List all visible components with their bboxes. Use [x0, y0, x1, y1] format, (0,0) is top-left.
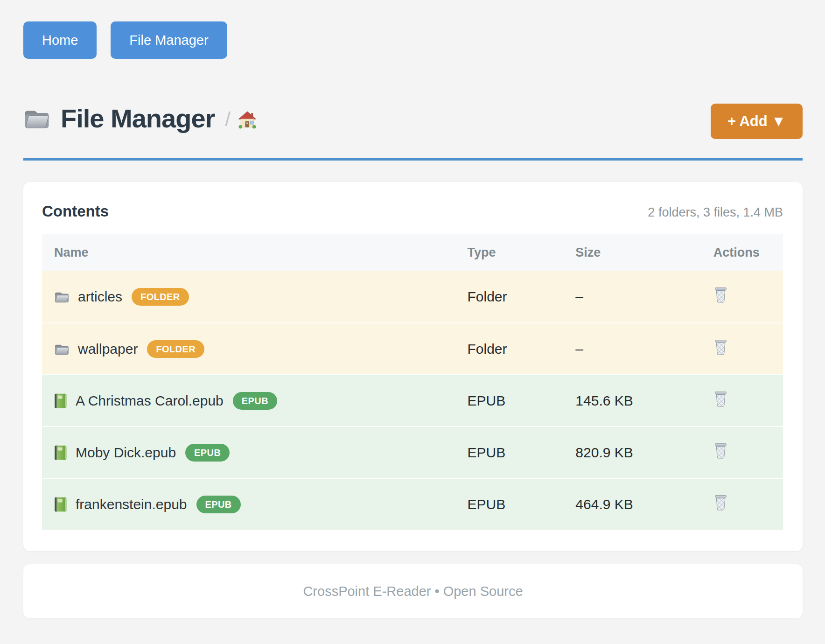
book-icon [54, 497, 67, 512]
folder-icon [23, 107, 50, 130]
trash-icon [713, 287, 728, 304]
name-cell: wallpaper FOLDER [42, 340, 468, 358]
trash-icon [713, 494, 728, 511]
delete-button[interactable] [713, 287, 728, 304]
book-icon [54, 445, 67, 460]
type-cell: EPUB [468, 497, 576, 512]
file-name[interactable]: Moby Dick.epub [76, 445, 176, 461]
folder-badge: FOLDER [147, 340, 204, 358]
epub-badge: EPUB [196, 496, 241, 513]
table-header-row: Name Type Size Actions [42, 234, 783, 271]
type-cell: EPUB [468, 393, 576, 409]
add-button[interactable]: + Add ▼ [711, 104, 803, 139]
breadcrumb-home-link[interactable] [238, 111, 257, 129]
size-cell: 145.6 KB [575, 393, 713, 409]
nav-file-manager-button[interactable]: File Manager [111, 21, 227, 59]
page-header: File Manager / + Add ▼ [23, 97, 803, 139]
type-cell: EPUB [468, 445, 576, 461]
trash-icon [713, 442, 728, 460]
table-row: A Christmas Carol.epub EPUB EPUB 145.6 K… [42, 374, 783, 426]
nav-home-button[interactable]: Home [23, 21, 97, 59]
actions-cell [713, 339, 783, 359]
actions-cell [713, 391, 783, 411]
folder-icon [54, 343, 70, 356]
home-icon [238, 111, 257, 129]
table-row: articles FOLDER Folder – [42, 271, 783, 322]
breadcrumb-separator: / [225, 108, 231, 131]
contents-card: Contents 2 folders, 3 files, 1.4 MB Name… [23, 182, 803, 551]
type-cell: Folder [468, 289, 576, 305]
page-title: File Manager [61, 103, 215, 133]
epub-badge: EPUB [185, 444, 230, 462]
book-icon [54, 393, 67, 408]
column-header-name: Name [42, 245, 468, 260]
table-row: wallpaper FOLDER Folder – [42, 322, 783, 374]
column-header-type: Type [468, 245, 576, 260]
folder-name[interactable]: articles [78, 289, 122, 305]
size-cell: 464.9 KB [575, 497, 713, 512]
column-header-size: Size [575, 245, 713, 260]
name-cell: Moby Dick.epub EPUB [42, 444, 468, 462]
file-manager-page: Home File Manager File Manager / + Add ▼… [23, 21, 803, 618]
file-name[interactable]: A Christmas Carol.epub [76, 393, 224, 409]
trash-icon [713, 391, 728, 408]
delete-button[interactable] [713, 494, 728, 511]
folder-name[interactable]: wallpaper [78, 341, 138, 357]
actions-cell [713, 287, 783, 307]
delete-button[interactable] [713, 442, 728, 460]
header-divider [23, 158, 803, 161]
delete-button[interactable] [713, 339, 728, 356]
top-nav: Home File Manager [23, 21, 803, 59]
title-wrap: File Manager / [23, 103, 257, 133]
column-header-actions: Actions [713, 245, 783, 260]
footer-text: CrossPoint E-Reader • Open Source [303, 584, 523, 599]
contents-heading: Contents [42, 203, 109, 220]
name-cell: A Christmas Carol.epub EPUB [42, 392, 468, 410]
actions-cell [713, 442, 783, 463]
size-cell: – [575, 289, 713, 305]
actions-cell [713, 494, 783, 515]
folder-icon [54, 290, 70, 303]
delete-button[interactable] [713, 391, 728, 408]
epub-badge: EPUB [233, 392, 277, 410]
footer-card: CrossPoint E-Reader • Open Source [23, 564, 803, 618]
type-cell: Folder [468, 341, 576, 357]
size-cell: 820.9 KB [575, 445, 713, 461]
name-cell: articles FOLDER [42, 288, 468, 306]
card-head: Contents 2 folders, 3 files, 1.4 MB [42, 203, 783, 220]
name-cell: frankenstein.epub EPUB [42, 496, 468, 513]
contents-summary: 2 folders, 3 files, 1.4 MB [648, 205, 783, 220]
file-name[interactable]: frankenstein.epub [76, 497, 187, 512]
table-row: Moby Dick.epub EPUB EPUB 820.9 KB [42, 426, 783, 478]
file-table: Name Type Size Actions articles FOLDER F… [42, 234, 783, 530]
folder-badge: FOLDER [132, 288, 189, 306]
trash-icon [713, 339, 728, 356]
size-cell: – [575, 341, 713, 357]
table-row: frankenstein.epub EPUB EPUB 464.9 KB [42, 478, 783, 530]
